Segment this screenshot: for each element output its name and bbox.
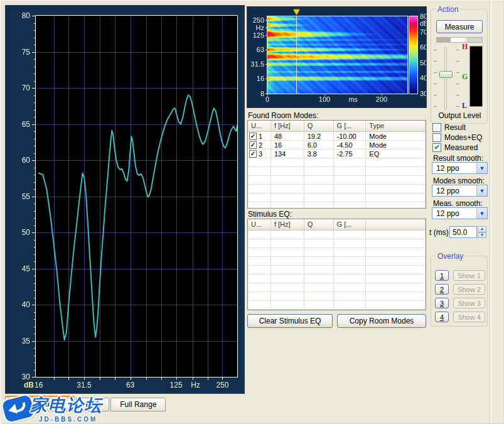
measure-button[interactable]: Measure xyxy=(436,20,483,33)
empty-cell xyxy=(248,283,271,292)
chevron-down-icon[interactable]: ▼ xyxy=(476,208,487,219)
combobox-value: 12 ppo xyxy=(432,185,476,196)
smoothing-combobox[interactable]: 12 ppo▼ xyxy=(432,162,488,174)
empty-cell xyxy=(248,310,271,310)
overlay-3-button[interactable]: 3 xyxy=(435,298,449,308)
tab-rta[interactable]: RTA xyxy=(76,398,109,411)
column-header[interactable]: G [... xyxy=(334,121,367,131)
column-header[interactable]: Type xyxy=(366,121,426,131)
spinner-up-button[interactable]: ▲ xyxy=(478,226,486,232)
empty-cell xyxy=(304,185,334,193)
empty-cell xyxy=(366,266,426,275)
smoothing-label: Result smooth: xyxy=(433,154,483,163)
display-options: ResultModes+EQ✔Measured xyxy=(432,122,489,153)
column-header[interactable]: G [... xyxy=(334,219,367,230)
table-cell: Mode xyxy=(366,132,426,141)
overlay-4-button[interactable]: 4 xyxy=(435,312,449,322)
overlay-1-button[interactable]: 1 xyxy=(435,270,449,281)
empty-cell xyxy=(304,231,334,239)
copy-room-modes-button[interactable]: Copy Room Modes xyxy=(337,314,426,328)
empty-cell xyxy=(271,167,304,176)
empty-row xyxy=(248,176,426,185)
spinner-down-button[interactable]: ▼ xyxy=(478,232,486,239)
meter-good-label: G xyxy=(462,72,468,82)
display-option-result[interactable]: Result xyxy=(432,122,489,133)
empty-cell xyxy=(366,292,426,301)
smoothing-label: Modes smooth: xyxy=(433,177,485,185)
show-4-button[interactable]: Show 4 xyxy=(453,312,485,322)
slider-track[interactable] xyxy=(444,47,447,110)
row-enable-checkbox[interactable]: ✓ xyxy=(249,150,257,158)
tab-full-range[interactable]: Full Range xyxy=(110,398,166,411)
empty-cell xyxy=(271,193,304,202)
column-header[interactable]: U... xyxy=(248,121,271,131)
output-level-meter xyxy=(469,46,483,107)
empty-row xyxy=(248,310,426,310)
time-window-spinner: ▲ ▼ xyxy=(478,226,486,238)
chevron-down-icon[interactable]: ▼ xyxy=(476,163,487,173)
empty-cell xyxy=(366,158,426,167)
empty-cell xyxy=(304,239,334,248)
meter-low-label: L xyxy=(462,101,467,111)
column-header[interactable]: f [Hz] xyxy=(271,219,304,230)
empty-cell xyxy=(334,248,367,257)
row-use-cell: ✓1 xyxy=(248,132,271,141)
output-level-label: Output Level xyxy=(431,111,488,120)
tab-room-analyzer[interactable]: Room Analyzer xyxy=(5,396,75,411)
table-row[interactable]: ✓14819.2-10.00Mode xyxy=(248,132,426,141)
empty-cell xyxy=(334,283,367,292)
row-number: 1 xyxy=(259,133,262,140)
output-level-slider[interactable] xyxy=(432,47,461,112)
checkbox-unchecked[interactable] xyxy=(432,133,441,142)
empty-row xyxy=(248,193,426,202)
show-2-button[interactable]: Show 2 xyxy=(453,284,485,295)
table-cell: 3.8 xyxy=(304,149,334,158)
empty-cell xyxy=(271,310,304,310)
decay-spectrogram-chart[interactable] xyxy=(247,7,426,107)
display-option-measured[interactable]: ✔Measured xyxy=(432,143,489,153)
checkbox-checked[interactable]: ✔ xyxy=(432,143,441,152)
show-1-button[interactable]: Show 1 xyxy=(453,270,485,281)
clear-stimulus-eq-button[interactable]: Clear Stimulus EQ xyxy=(247,314,333,328)
found-room-modes-table: U...f [Hz]QG [...Type✓14819.2-10.00Mode✓… xyxy=(247,120,426,209)
column-header[interactable]: Q xyxy=(304,121,334,131)
slider-thumb[interactable] xyxy=(439,71,453,78)
time-window-label: t (ms) xyxy=(429,228,449,237)
empty-cell xyxy=(304,248,334,257)
empty-cell xyxy=(248,185,271,193)
table-row[interactable]: ✓31343.8-2.75EQ xyxy=(248,149,426,158)
time-window-input[interactable] xyxy=(449,226,477,238)
column-header[interactable]: U... xyxy=(248,219,271,230)
chevron-down-icon[interactable]: ▼ xyxy=(476,185,487,196)
empty-cell xyxy=(334,176,367,185)
empty-cell xyxy=(366,310,426,310)
empty-cell xyxy=(271,202,304,209)
empty-row xyxy=(248,231,426,239)
column-header[interactable]: f [Hz] xyxy=(271,121,304,131)
empty-cell xyxy=(271,283,304,292)
overlay-2-button[interactable]: 2 xyxy=(435,284,449,295)
table-row[interactable]: ✓2166.0-4.50Mode xyxy=(248,141,426,149)
empty-cell xyxy=(366,283,426,292)
row-enable-checkbox[interactable]: ✓ xyxy=(249,133,257,140)
row-enable-checkbox[interactable]: ✓ xyxy=(249,141,257,149)
empty-row xyxy=(248,292,426,301)
empty-cell xyxy=(248,248,271,257)
overlay-group-label: Overlay xyxy=(436,252,465,261)
empty-cell xyxy=(248,231,271,239)
show-3-button[interactable]: Show 3 xyxy=(453,298,485,308)
empty-cell xyxy=(304,301,334,310)
column-header[interactable]: Q xyxy=(304,219,334,230)
checkbox-unchecked[interactable] xyxy=(432,123,441,132)
smoothing-combobox[interactable]: 12 ppo▼ xyxy=(432,207,488,219)
empty-cell xyxy=(304,292,334,301)
checkbox-label: Measured xyxy=(444,143,478,152)
column-header[interactable] xyxy=(366,219,426,230)
smoothing-combobox[interactable]: 12 ppo▼ xyxy=(432,185,488,197)
display-option-modes-eq[interactable]: Modes+EQ xyxy=(432,133,489,143)
tab-bar: Room AnalyzerRTAFull Range xyxy=(5,396,167,411)
table-header: U...f [Hz]QG [...Type xyxy=(248,121,426,132)
empty-cell xyxy=(248,292,271,301)
empty-cell xyxy=(248,193,271,202)
empty-cell xyxy=(334,202,367,209)
